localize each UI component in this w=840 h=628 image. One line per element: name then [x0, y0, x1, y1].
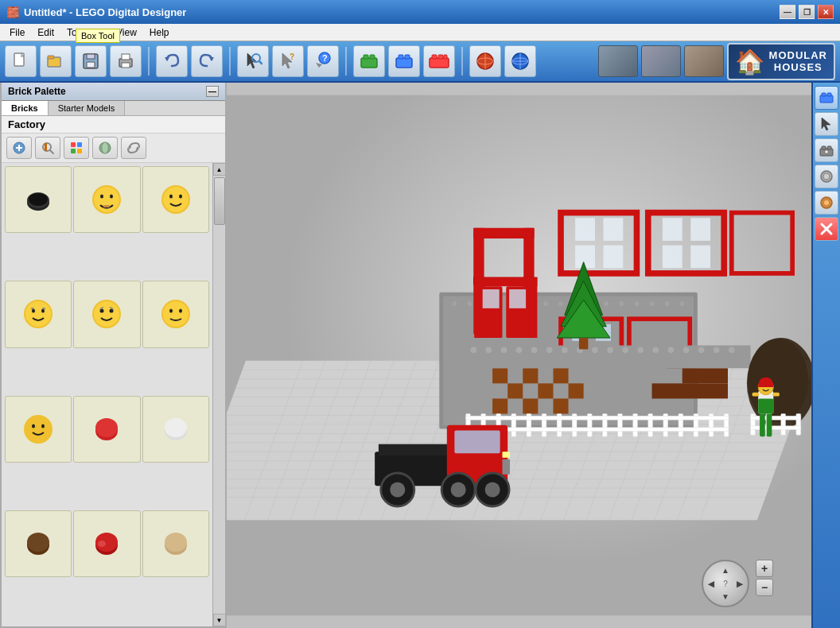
list-item[interactable]: [5, 396, 72, 463]
nav-circle[interactable]: ▲ ▼ ◀ ▶ ?: [702, 560, 749, 607]
svg-line-13: [259, 61, 262, 64]
svg-rect-167: [603, 246, 623, 269]
house-icon: 🏠: [735, 48, 764, 76]
list-item[interactable]: [142, 166, 209, 233]
list-item[interactable]: [142, 281, 209, 347]
svg-rect-156: [682, 368, 728, 383]
hinge-tool-button[interactable]: [815, 138, 838, 162]
tab-bricks[interactable]: Bricks: [2, 101, 49, 115]
menu-edit[interactable]: Edit: [31, 25, 60, 40]
context-help-button[interactable]: ?: [307, 45, 339, 77]
open-button[interactable]: [40, 45, 72, 77]
svg-rect-150: [508, 383, 523, 398]
svg-rect-227: [579, 338, 588, 349]
svg-point-59: [163, 187, 189, 212]
menu-view[interactable]: View: [110, 25, 143, 40]
list-item[interactable]: [73, 396, 140, 463]
brick-tool-1[interactable]: [353, 45, 385, 77]
svg-rect-42: [71, 142, 76, 147]
svg-point-76: [24, 415, 52, 444]
thumbnail-3[interactable]: [684, 45, 724, 77]
svg-point-197: [637, 347, 644, 354]
select-button[interactable]: [237, 45, 269, 77]
save-button[interactable]: [75, 45, 107, 77]
list-item[interactable]: [142, 510, 209, 577]
scroll-up-button[interactable]: ▲: [213, 163, 226, 176]
svg-rect-24: [405, 55, 410, 59]
palette-filter-button[interactable]: [92, 137, 118, 159]
svg-rect-172: [690, 246, 710, 269]
delete-tool-button[interactable]: [815, 217, 838, 241]
menu-help[interactable]: Help: [143, 25, 176, 40]
list-item[interactable]: [5, 166, 72, 233]
list-item[interactable]: [5, 510, 72, 577]
nav-up-button[interactable]: ▲: [721, 566, 729, 575]
nav-down-button[interactable]: ▼: [721, 592, 729, 601]
svg-point-235: [451, 482, 466, 497]
brick-select-button[interactable]: [815, 86, 838, 110]
svg-marker-18: [316, 63, 322, 68]
svg-point-74: [169, 309, 173, 313]
brick-tool-3[interactable]: [423, 45, 455, 77]
print-button[interactable]: [110, 45, 142, 77]
zoom-in-button[interactable]: +: [756, 560, 773, 577]
minimize-button[interactable]: —: [780, 5, 795, 19]
palette-add-button[interactable]: [6, 137, 32, 159]
nav-right-button[interactable]: ▶: [737, 580, 743, 588]
maximize-button[interactable]: ❐: [799, 5, 815, 19]
modular-badge[interactable]: 🏠 MODULAR HOUSES: [727, 43, 835, 80]
svg-point-89: [165, 533, 187, 552]
toolbar-right: 🏠 MODULAR HOUSES: [598, 43, 835, 80]
palette-colors-button[interactable]: [64, 137, 89, 159]
svg-point-192: [562, 347, 568, 354]
redo-button[interactable]: [191, 45, 223, 77]
list-item[interactable]: [73, 281, 140, 347]
svg-rect-7: [122, 54, 130, 60]
thumbnail-1[interactable]: [598, 45, 638, 77]
flex-tool-button[interactable]: [815, 165, 838, 188]
svg-point-202: [714, 347, 720, 354]
svg-marker-9: [165, 57, 169, 61]
palette-minimize-button[interactable]: —: [206, 86, 219, 97]
svg-point-80: [95, 418, 118, 437]
globe-tool-2[interactable]: [504, 45, 536, 77]
svg-point-237: [485, 482, 500, 497]
scroll-down-button[interactable]: ▼: [213, 614, 226, 626]
undo-button[interactable]: [156, 45, 188, 77]
svg-point-64: [32, 309, 35, 313]
menu-file[interactable]: File: [3, 25, 31, 40]
menu-toolbox[interactable]: Tool Box: [60, 25, 110, 40]
list-item[interactable]: [142, 396, 209, 463]
svg-rect-28: [444, 55, 447, 59]
globe-tool-1[interactable]: [469, 45, 501, 77]
viewport[interactable]: ▲ ▼ ◀ ▶ ? + −: [227, 83, 811, 628]
palette-search-button[interactable]: [35, 137, 60, 159]
nav-widget: ▲ ▼ ◀ ▶ ? + −: [702, 560, 773, 615]
svg-rect-44: [71, 149, 76, 153]
svg-point-78: [41, 424, 45, 428]
svg-point-194: [592, 347, 598, 354]
tab-starter-models[interactable]: Starter Models: [49, 101, 126, 115]
pointer-tool-button[interactable]: [815, 112, 838, 136]
new-button[interactable]: [5, 45, 37, 77]
svg-rect-25: [430, 58, 449, 68]
nav-left-button[interactable]: ◀: [708, 580, 714, 588]
svg-rect-23: [399, 55, 403, 59]
list-item[interactable]: [5, 281, 72, 347]
close-button[interactable]: ✕: [818, 5, 834, 19]
title-bar-controls: — ❐ ✕: [780, 5, 834, 19]
svg-point-63: [25, 301, 51, 327]
zoom-controls: + −: [756, 560, 773, 596]
brick-tool-2[interactable]: [388, 45, 420, 77]
list-item[interactable]: [73, 510, 140, 577]
svg-point-268: [824, 200, 829, 205]
list-item[interactable]: [73, 166, 140, 233]
paint-tool-button[interactable]: [815, 191, 838, 215]
scroll-thumb[interactable]: [214, 177, 225, 225]
svg-point-144: [650, 301, 655, 306]
palette-refresh-button[interactable]: [121, 137, 146, 159]
thumbnail-2[interactable]: [641, 45, 681, 77]
svg-rect-157: [652, 383, 728, 398]
zoom-out-button[interactable]: −: [756, 579, 773, 596]
help-button[interactable]: ?: [272, 45, 304, 77]
